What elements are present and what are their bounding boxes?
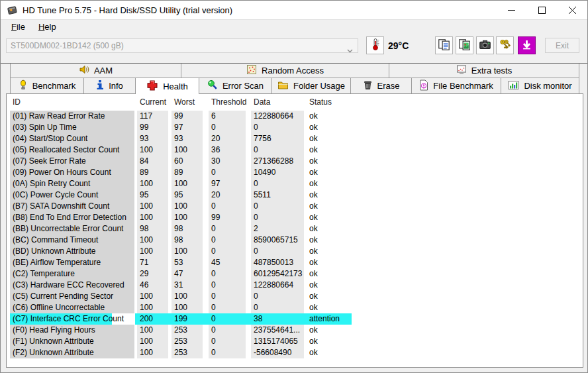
table-row[interactable]: (01) Raw Read Error Rate117996122880664o…	[7, 111, 583, 122]
cell-status: ok	[307, 133, 354, 144]
tab-erase[interactable]: Erase	[351, 78, 412, 93]
column-header-status[interactable]: Status	[307, 94, 332, 111]
table-row[interactable]: (05) Reallocated Sector Count100100360ok	[7, 144, 583, 156]
cell-worst: 100	[172, 291, 203, 302]
table-row[interactable]: (BB) Uncorrectable Error Count989802ok	[7, 223, 583, 235]
window-title: HD Tune Pro 5.75 - Hard Disk/SSD Utility…	[23, 5, 232, 15]
tab-benchmark[interactable]: Benchmark	[10, 78, 84, 93]
copy-image-button[interactable]	[456, 36, 473, 54]
trash-icon	[363, 80, 373, 92]
table-row[interactable]: (F2) Unknown Attribute1002530-56608490ok	[7, 347, 583, 358]
table-row[interactable]: (C7) Interface CRC Error Count200199038a…	[7, 313, 583, 325]
table-row[interactable]: (04) Start/Stop Count9393207756ok	[7, 133, 583, 144]
menu-file[interactable]: File	[5, 21, 32, 34]
table-row[interactable]: (0C) Power Cycle Count9595205511ok	[7, 189, 583, 201]
cell-threshold: 0	[209, 280, 246, 291]
maximize-button[interactable]	[526, 1, 557, 20]
cell-worst: 100	[172, 302, 203, 313]
cell-threshold: 0	[209, 291, 246, 302]
table-row[interactable]: (B7) SATA Downshift Count10010000ok	[7, 201, 583, 212]
tab-label: Benchmark	[32, 81, 76, 91]
cell-threshold: 97	[209, 178, 246, 189]
table-row[interactable]: (F0) Head Flying Hours1002530237554641..…	[7, 325, 583, 336]
cell-id: (0A) Spin Retry Count	[10, 178, 134, 189]
cell-current: 100	[137, 246, 168, 257]
temperature-button[interactable]	[366, 36, 384, 54]
table-row[interactable]: (03) Spin Up Time999700ok	[7, 122, 583, 133]
close-button[interactable]	[557, 1, 587, 20]
cell-status: ok	[307, 291, 354, 302]
column-header-worst[interactable]: Worst	[172, 94, 195, 111]
cell-id: (C7) Interface CRC Error Count	[10, 313, 134, 325]
cell-id: (C3) Hardware ECC Recovered	[10, 280, 134, 291]
cell-current: 46	[137, 280, 168, 291]
table-row[interactable]: (C2) Temperature2947060129542173ok	[7, 268, 583, 280]
file-benchmark-icon	[419, 80, 428, 93]
tab-info[interactable]: Info	[84, 78, 136, 93]
tab-random-access[interactable]: Random Access	[181, 64, 389, 78]
tab-file-benchmark[interactable]: File Benchmark	[412, 78, 501, 93]
cell-current: 100	[137, 201, 168, 212]
screenshot-button[interactable]	[476, 36, 494, 54]
cell-worst: 253	[172, 347, 203, 358]
tab-health[interactable]: Health	[136, 78, 199, 94]
cell-data: 0	[251, 212, 304, 223]
cell-status: ok	[307, 235, 354, 246]
cell-data: 0	[251, 201, 304, 212]
table-row[interactable]: (07) Seek Error Rate846030271366288ok	[7, 156, 583, 167]
column-header-current[interactable]: Current	[137, 94, 166, 111]
cell-id: (09) Power On Hours Count	[10, 167, 134, 178]
cell-status: ok	[307, 189, 354, 201]
drive-select[interactable]: ST500DM002-1BD142 (500 gB)	[6, 38, 358, 53]
tab-extra-tests[interactable]: Extra tests	[389, 64, 579, 78]
update-download-button[interactable]	[518, 36, 536, 54]
cell-data: 2	[251, 223, 304, 235]
cell-status: ok	[307, 336, 354, 347]
minimize-button[interactable]	[496, 1, 526, 20]
tab-label: Disk monitor	[524, 81, 571, 91]
cell-status: ok	[307, 167, 354, 178]
table-row[interactable]: (09) Power On Hours Count8989010490ok	[7, 167, 583, 178]
column-header-threshold[interactable]: Threshold	[209, 94, 246, 111]
drive-select-value: ST500DM002-1BD142 (500 gB)	[11, 41, 124, 50]
cell-threshold: 0	[209, 302, 246, 313]
cell-current: 29	[137, 268, 168, 280]
cell-worst: 253	[172, 325, 203, 336]
exit-button[interactable]: Exit	[545, 38, 579, 53]
cell-data: 122880664	[251, 111, 304, 122]
register-button[interactable]	[496, 36, 514, 54]
cell-worst: 89	[172, 167, 203, 178]
column-header-id[interactable]: ID	[10, 94, 21, 111]
tab-folder-usage[interactable]: Folder Usage	[272, 78, 351, 93]
copy-text-button[interactable]	[435, 36, 453, 54]
menu-help[interactable]: Help	[32, 21, 63, 34]
cell-data: 0	[251, 302, 304, 313]
table-row[interactable]: (C6) Offline Uncorrectable10010000ok	[7, 302, 583, 313]
app-window: HD Tune Pro 5.75 - Hard Disk/SSD Utility…	[0, 0, 588, 373]
info-icon	[96, 80, 104, 92]
keys-icon	[499, 38, 511, 53]
table-row[interactable]: (BC) Command Timeout1009808590065715ok	[7, 235, 583, 246]
health-table-panel: IDCurrentWorstThresholdDataStatus (01) R…	[6, 93, 583, 368]
cell-worst: 100	[172, 212, 203, 223]
table-row[interactable]: (C3) Hardware ECC Recovered4631012288066…	[7, 280, 583, 291]
cell-current: 100	[137, 347, 168, 358]
cell-id: (BD) Unknown Attribute	[10, 246, 134, 257]
column-header-data[interactable]: Data	[251, 94, 270, 111]
table-row[interactable]: (C5) Current Pending Sector10010000ok	[7, 291, 583, 302]
table-row[interactable]: (F1) Unknown Attribute10025301315174065o…	[7, 336, 583, 347]
table-row[interactable]: (BD) Unknown Attribute10010000ok	[7, 246, 583, 257]
table-row[interactable]: (B8) End To End Error Detection100100990…	[7, 212, 583, 223]
cell-data: 122880664	[251, 280, 304, 291]
cell-status: ok	[307, 122, 354, 133]
table-row[interactable]: (0A) Spin Retry Count100100970ok	[7, 178, 583, 189]
tab-error-scan[interactable]: Error Scan	[199, 78, 272, 93]
cell-worst: 47	[172, 268, 203, 280]
table-row[interactable]: (BE) Airflow Temperature715345487850013o…	[7, 257, 583, 268]
cell-current: 100	[137, 325, 168, 336]
cell-data: 38	[251, 313, 304, 325]
cell-threshold: 0	[209, 325, 246, 336]
tab-disk-monitor[interactable]: Disk monitor	[501, 78, 579, 93]
tab-aam[interactable]: AAM	[10, 64, 181, 78]
cell-id: (BE) Airflow Temperature	[10, 257, 134, 268]
